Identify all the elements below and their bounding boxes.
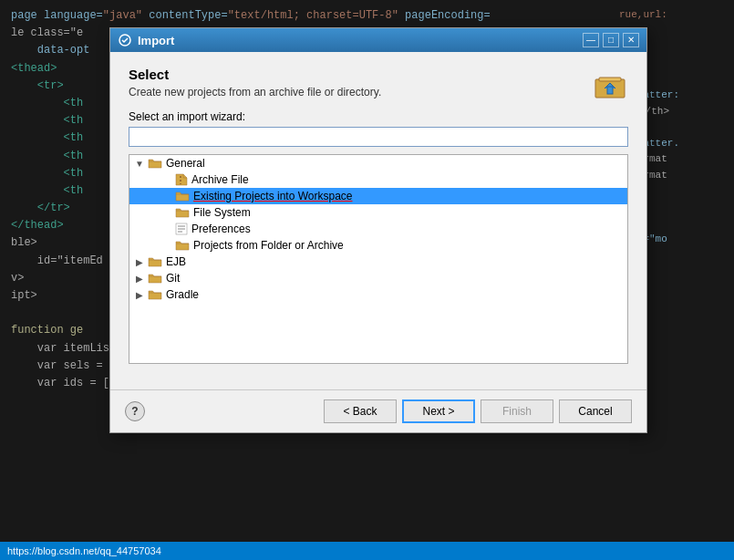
tree-label-git: Git [166,272,180,285]
minimize-button[interactable]: — [583,33,599,47]
search-label-text: Select an import wizard: [129,110,628,123]
svg-rect-6 [180,183,181,184]
tree-toggle-empty-4 [160,223,173,235]
svg-rect-3 [607,87,613,94]
tree-item-ejb[interactable]: ▶ EJB [129,254,627,270]
tree-label-archive-file: Archive File [191,173,249,186]
section-description: Create new projects from an archive file… [129,86,381,99]
folder-icon-general [148,157,162,170]
tree-toggle-ejb[interactable]: ▶ [133,255,146,268]
close-button[interactable]: ✕ [623,33,639,47]
tree-item-preferences[interactable]: Preferences [129,221,627,237]
search-input[interactable] [129,127,628,147]
dialog-button-bar: ? < Back Next > Finish Cancel [110,390,646,432]
section-header: Select Create new projects from an archi… [129,67,628,99]
folder-icon-ejb [148,255,162,268]
section-title: Select [129,67,381,82]
folder-icon-existing [175,190,190,202]
tree-item-gradle[interactable]: ▶ Gradle [129,286,627,303]
dialog-content-area: Select Create new projects from an archi… [110,52,646,379]
folder-icon-filesystem [175,206,190,219]
tree-toggle-empty-5 [160,239,173,252]
tree-label-ejb: EJB [166,255,186,268]
tree-item-archive-file[interactable]: Archive File [129,171,627,188]
folder-icon-gradle [148,288,162,301]
dialog-title-icon [118,33,132,47]
tree-item-general[interactable]: ▼ General [129,155,627,171]
svg-rect-4 [180,176,181,178]
tree-label-gradle: Gradle [166,288,199,301]
tree-toggle-empty-2 [160,190,173,202]
tree-label-file-system: File System [193,206,251,219]
tree-label-existing-projects: Existing Projects into Workspace [193,190,353,202]
tree-toggle-general[interactable]: ▼ [133,157,146,170]
folder-icon-projects [175,239,190,252]
folder-icon-git [148,272,162,285]
help-button[interactable]: ? [125,401,145,421]
file-icon-preferences [175,223,188,235]
maximize-button[interactable]: □ [603,33,619,47]
tree-toggle-empty-3 [160,206,173,219]
finish-button[interactable]: Finish [481,399,553,423]
tree-label-preferences: Preferences [191,223,251,235]
section-text: Select Create new projects from an archi… [129,67,381,99]
tree-label-projects-from-folder: Projects from Folder or Archive [193,239,344,252]
back-button[interactable]: < Back [324,399,397,423]
import-wizard-icon [592,67,628,99]
import-wizard-tree[interactable]: ▼ General Archive File [129,154,628,364]
dialog-title-bar: Import — □ ✕ [110,28,646,52]
status-bar: https://blog.csdn.net/qq_44757034 [0,542,734,560]
tree-item-file-system[interactable]: File System [129,204,627,221]
import-dialog: Import — □ ✕ Select Create new projects … [109,27,647,433]
svg-rect-5 [180,180,181,181]
status-bar-text: https://blog.csdn.net/qq_44757034 [7,545,161,556]
tree-item-projects-from-folder[interactable]: Projects from Folder or Archive [129,237,627,254]
svg-rect-2 [599,78,621,81]
cancel-button[interactable]: Cancel [559,399,632,423]
tree-item-git[interactable]: ▶ Git [129,270,627,286]
window-controls: — □ ✕ [583,33,639,47]
next-button[interactable]: Next > [402,399,475,423]
tree-toggle-gradle[interactable]: ▶ [133,288,146,301]
tree-toggle-git[interactable]: ▶ [133,272,146,285]
tree-toggle-empty-1 [160,173,173,186]
file-icon-archive [175,173,188,186]
dialog-title-text: Import [138,34,583,47]
wizard-svg-icon [594,67,626,99]
tree-item-existing-projects[interactable]: Existing Projects into Workspace [129,188,627,204]
tree-label-general: General [166,157,205,170]
